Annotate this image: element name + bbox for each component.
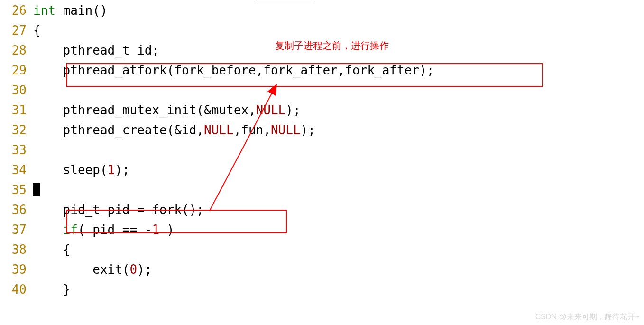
code-text: pid_t pid = fork(); — [33, 201, 204, 218]
line-number: 30 — [0, 82, 33, 99]
line-number: 34 — [0, 161, 33, 178]
code-line: 33 — [0, 141, 644, 161]
line-number: 27 — [0, 22, 33, 39]
code-text — [33, 181, 40, 198]
code-text: sleep(1); — [33, 161, 130, 178]
code-text: exit(0); — [33, 261, 152, 278]
line-number: 28 — [0, 42, 33, 59]
code-line: 32 pthread_create(&id,NULL,fun,NULL); — [0, 121, 644, 141]
line-number: 32 — [0, 121, 33, 139]
watermark-text: CSDN @未来可期，静待花开~ — [535, 312, 639, 322]
code-text: { — [33, 22, 41, 39]
code-line: 39 exit(0); — [0, 261, 644, 281]
line-number: 33 — [0, 141, 33, 158]
code-text: pthread_t id; — [33, 42, 159, 59]
code-text: if( pid == -1 ) — [33, 221, 174, 238]
line-number: 36 — [0, 201, 33, 218]
code-line: 34 sleep(1); — [0, 161, 644, 181]
line-number: 38 — [0, 241, 33, 258]
code-text: pthread_mutex_init(&mutex,NULL); — [33, 102, 301, 119]
cursor-icon — [33, 183, 40, 196]
code-line: 40 } — [0, 281, 644, 301]
line-number: 31 — [0, 102, 33, 119]
line-number: 29 — [0, 62, 33, 79]
code-line: 36 pid_t pid = fork(); — [0, 201, 644, 221]
code-line: 29 pthread_atfork(fork_before,fork_after… — [0, 62, 644, 82]
code-text: pthread_atfork(fork_before,fork_after,fo… — [33, 62, 434, 79]
code-line: 35 — [0, 181, 644, 201]
code-text: } — [33, 281, 70, 298]
code-line: 31 pthread_mutex_init(&mutex,NULL); — [0, 102, 644, 121]
annotation-comment: 复制子进程之前，进行操作 — [275, 39, 389, 52]
code-line: 26int main() — [0, 2, 644, 22]
code-line: 30 — [0, 82, 644, 102]
line-number: 37 — [0, 221, 33, 238]
code-line: 38 { — [0, 241, 644, 261]
line-number: 35 — [0, 181, 33, 198]
code-text: int main() — [33, 2, 108, 19]
code-text: { — [33, 241, 70, 258]
code-line: 37 if( pid == -1 ) — [0, 221, 644, 241]
line-number: 26 — [0, 2, 33, 19]
line-number: 40 — [0, 281, 33, 298]
line-number: 39 — [0, 261, 33, 278]
code-text: pthread_create(&id,NULL,fun,NULL); — [33, 121, 315, 139]
